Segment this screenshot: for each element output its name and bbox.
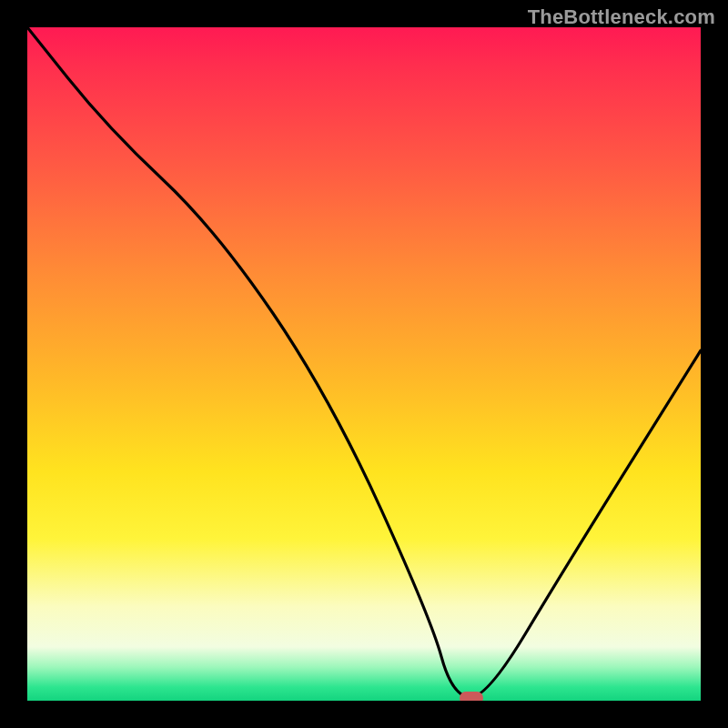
attribution-text: TheBottleneck.com (528, 5, 715, 29)
bottleneck-curve (27, 27, 701, 701)
curve-path (27, 27, 701, 697)
chart-frame: TheBottleneck.com (0, 0, 728, 728)
bottleneck-marker (460, 692, 483, 701)
plot-area (27, 27, 701, 701)
